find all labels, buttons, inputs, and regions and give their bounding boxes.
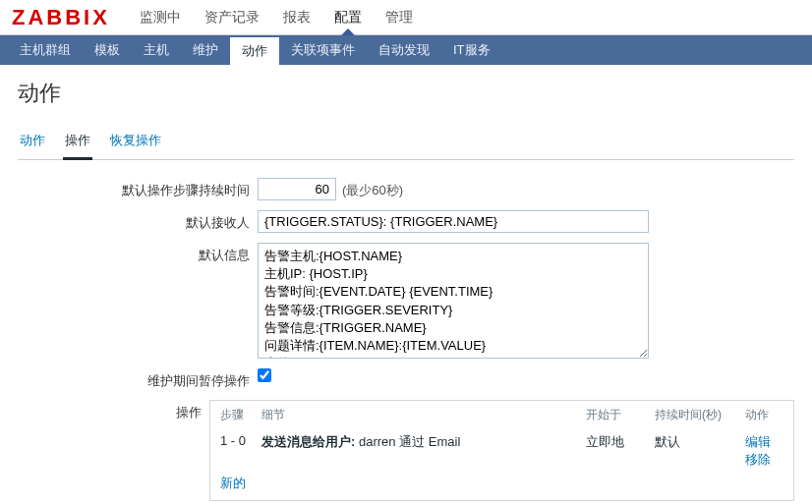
- topnav-item[interactable]: 报表: [271, 0, 322, 34]
- subnav-item[interactable]: 自动发现: [367, 35, 441, 65]
- duration-hint: (最少60秒): [342, 178, 403, 199]
- duration-input[interactable]: [258, 178, 336, 200]
- ops-cell-detail: 发送消息给用户: darren 通过 Email: [261, 433, 586, 469]
- topnav-item[interactable]: 配置: [322, 0, 374, 34]
- topnav-item[interactable]: 资产记录: [193, 0, 271, 34]
- label-message: 默认信息: [18, 243, 258, 359]
- ops-cell-duration: 默认: [655, 433, 745, 469]
- subnav-item[interactable]: 维护: [181, 35, 230, 65]
- ops-header-row: 步骤 细节 开始于 持续时间(秒) 动作: [210, 401, 793, 429]
- message-textarea[interactable]: [258, 243, 649, 359]
- ops-cell-start: 立即地: [586, 433, 655, 469]
- ops-detail-rest: darren 通过 Email: [355, 434, 460, 449]
- label-duration: 默认操作步骤持续时间: [18, 178, 258, 200]
- ops-cell-action: 编辑 移除: [745, 433, 783, 469]
- tab[interactable]: 恢复操作: [108, 126, 163, 159]
- logo[interactable]: ZABBIX: [12, 5, 110, 30]
- subnav-item[interactable]: 模板: [83, 35, 132, 65]
- operations-table: 步骤 细节 开始于 持续时间(秒) 动作 1 - 0 发送消息给用户: darr…: [209, 400, 794, 501]
- ops-cell-step: 1 - 0: [220, 433, 261, 469]
- tab[interactable]: 操作: [63, 126, 92, 160]
- subnav-item[interactable]: 关联项事件: [279, 35, 367, 65]
- ops-header-step: 步骤: [220, 407, 261, 423]
- pause-checkbox[interactable]: [258, 368, 271, 382]
- tab[interactable]: 动作: [18, 126, 47, 159]
- ops-header-duration: 持续时间(秒): [655, 407, 745, 423]
- subnav-item[interactable]: 主机群组: [8, 35, 83, 65]
- page-title: 动作: [18, 79, 794, 108]
- ops-header-action: 动作: [745, 407, 783, 423]
- recipient-input[interactable]: [258, 210, 649, 233]
- edit-link[interactable]: 编辑: [745, 434, 771, 449]
- label-pause: 维护期间暂停操作: [18, 368, 258, 390]
- top-nav: 监测中资产记录报表配置管理: [128, 0, 425, 34]
- tabs: 动作操作恢复操作: [18, 126, 794, 160]
- top-bar: ZABBIX 监测中资产记录报表配置管理: [0, 0, 812, 35]
- sub-nav: 主机群组模板主机维护动作关联项事件自动发现IT服务: [0, 35, 812, 65]
- topnav-item[interactable]: 管理: [374, 0, 425, 34]
- subnav-item[interactable]: 主机: [132, 35, 181, 65]
- ops-row: 1 - 0 发送消息给用户: darren 通过 Email 立即地 默认 编辑…: [210, 429, 793, 471]
- ops-detail-prefix: 发送消息给用户:: [261, 434, 355, 449]
- new-operation-link[interactable]: 新的: [220, 476, 246, 490]
- ops-header-start: 开始于: [586, 407, 655, 423]
- page-body: 动作 动作操作恢复操作 默认操作步骤持续时间 (最少60秒) 默认接收人 默认信…: [0, 65, 812, 504]
- label-ops: 操作: [18, 400, 209, 501]
- topnav-item[interactable]: 监测中: [128, 0, 193, 34]
- remove-link[interactable]: 移除: [745, 452, 771, 467]
- subnav-item[interactable]: 动作: [230, 35, 279, 65]
- ops-header-detail: 细节: [261, 407, 586, 423]
- label-recipient: 默认接收人: [18, 210, 258, 233]
- subnav-item[interactable]: IT服务: [441, 35, 502, 65]
